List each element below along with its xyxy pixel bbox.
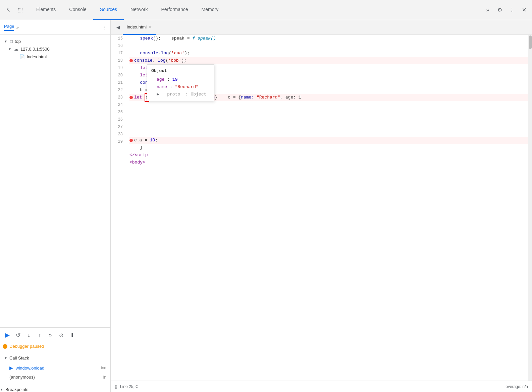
tab-performance[interactable]: Performance bbox=[154, 0, 195, 20]
line-num-28: 28 bbox=[115, 131, 123, 138]
debug-controls: ▶ ↺ ↓ ↑ » ⊘ ⏸ bbox=[3, 330, 108, 340]
inspect-icon[interactable]: ⬚ bbox=[15, 5, 25, 15]
editor-tab-index[interactable]: index.html ✕ bbox=[123, 20, 156, 35]
editor-tabs: ◀ index.html ✕ bbox=[111, 20, 532, 35]
menu-icon[interactable]: ⋮ bbox=[507, 5, 517, 15]
page-tab[interactable]: Page bbox=[4, 24, 14, 31]
call-stack-item-0[interactable]: ▶ window.onload ind bbox=[0, 363, 110, 373]
file-tree: ▼ □ top ▼ ☁ 127.0.0.1:5500 📄 index.html bbox=[0, 35, 110, 327]
line-num-18: 18 bbox=[115, 57, 123, 64]
line-num-20: 20 bbox=[115, 72, 123, 79]
tooltip-prop-proto[interactable]: ▶ __proto__: Object bbox=[151, 91, 210, 98]
line-num-15: 15 bbox=[115, 35, 123, 42]
scroll-thumb-right[interactable] bbox=[529, 36, 532, 49]
call-stack-item-1[interactable]: (anonymous) in bbox=[0, 373, 110, 382]
code-lines: speak(); speak = f speak() console.log('… bbox=[127, 35, 528, 381]
line-num-17: 17 bbox=[115, 50, 123, 57]
editor-back-arrow[interactable]: ◀ bbox=[113, 23, 123, 32]
status-bar: {} Line 25, C overage: n/a bbox=[111, 381, 532, 392]
line-num-21: 21 bbox=[115, 79, 123, 86]
breakpoints-header[interactable]: ▼ Breakpoints bbox=[0, 387, 110, 392]
scroll-track-right[interactable] bbox=[528, 35, 532, 381]
line-numbers: 15 16 17 18 19 20 21 22 23 24 25 26 27 2… bbox=[111, 35, 127, 381]
pause-exceptions-button[interactable]: ⏸ bbox=[67, 330, 76, 340]
call-stack-arrow: ▼ bbox=[4, 356, 7, 360]
more-tabs-icon[interactable]: » bbox=[482, 5, 493, 15]
file-tree-header: Page » ⋮ bbox=[0, 20, 110, 35]
left-panel: Page » ⋮ ▼ □ top ▼ ☁ 127.0.0.1:5500 📄 in… bbox=[0, 20, 111, 392]
tab-memory[interactable]: Memory bbox=[195, 0, 225, 20]
line-num-27: 27 bbox=[115, 123, 123, 131]
tab-elements[interactable]: Elements bbox=[30, 0, 62, 20]
cursor-icon[interactable]: ↖ bbox=[3, 5, 13, 15]
active-frame-icon: ▶ bbox=[9, 365, 13, 371]
tree-label-server: 127.0.0.1:5500 bbox=[20, 47, 50, 52]
line-num-22: 22 bbox=[115, 86, 123, 94]
code-line-18: console. log('bbb'); bbox=[129, 57, 528, 64]
pause-dot-icon bbox=[3, 344, 7, 349]
frame-name-1: (anonymous) bbox=[9, 375, 35, 380]
debugger-area: ▶ ↺ ↓ ↑ » ⊘ ⏸ Debugger paused bbox=[0, 327, 110, 353]
line-num-26: 26 bbox=[115, 116, 123, 123]
tooltip-title: Object bbox=[151, 67, 210, 75]
frame-file-1: in bbox=[103, 375, 106, 380]
right-panel: ◀ index.html ✕ 15 16 17 18 19 20 21 22 2… bbox=[111, 20, 532, 392]
call-stack-header[interactable]: ▼ Call Stack bbox=[0, 353, 110, 363]
breakpoints-arrow: ▼ bbox=[0, 388, 3, 391]
code-line-29 bbox=[129, 174, 528, 181]
line-num-24: 24 bbox=[115, 101, 123, 109]
tab-console[interactable]: Console bbox=[62, 0, 93, 20]
breakpoints-label: Breakpoints bbox=[5, 387, 29, 392]
tree-arrow-top: ▼ bbox=[4, 40, 8, 43]
devtools-toolbar: ↖ ⬚ Elements Console Sources Network Per… bbox=[0, 0, 532, 20]
close-icon[interactable]: ✕ bbox=[519, 5, 529, 15]
resume-button[interactable]: ▶ bbox=[3, 330, 12, 340]
toolbar-right: » ⚙ ⋮ ✕ bbox=[482, 5, 529, 15]
editor-tab-label: index.html bbox=[127, 24, 147, 29]
status-right: overage: n/a bbox=[506, 384, 528, 389]
line-num-19: 19 bbox=[115, 64, 123, 72]
line-num-16: 16 bbox=[115, 42, 123, 50]
format-icon[interactable]: {} bbox=[115, 384, 117, 389]
editor-tab-close[interactable]: ✕ bbox=[149, 25, 152, 29]
step-out-button[interactable]: ↑ bbox=[35, 330, 44, 340]
folder-icon-top: □ bbox=[10, 39, 13, 44]
breakpoint-dot-23[interactable] bbox=[129, 96, 133, 99]
tree-item-index[interactable]: 📄 index.html bbox=[0, 53, 110, 61]
line-num-29: 29 bbox=[115, 138, 123, 145]
code-line-17: console.log('aaa'); bbox=[129, 50, 528, 57]
debugger-paused-status: Debugger paused bbox=[3, 342, 108, 350]
breakpoint-dot-24[interactable] bbox=[129, 139, 133, 142]
cursor-position: Line 25, C bbox=[120, 384, 139, 389]
step-button[interactable]: » bbox=[46, 330, 55, 340]
tree-item-server[interactable]: ▼ ☁ 127.0.0.1:5500 bbox=[0, 45, 110, 53]
step-into-button[interactable]: ↓ bbox=[24, 330, 34, 340]
code-line-28 bbox=[129, 166, 528, 174]
tree-item-top[interactable]: ▼ □ top bbox=[0, 38, 110, 45]
tree-arrow-server: ▼ bbox=[8, 47, 12, 51]
tree-label-top: top bbox=[15, 39, 21, 44]
tooltip-prop-name: name : "Rechard" bbox=[151, 83, 210, 91]
settings-icon[interactable]: ⚙ bbox=[494, 5, 505, 15]
code-container[interactable]: 15 16 17 18 19 20 21 22 23 24 25 26 27 2… bbox=[111, 35, 532, 381]
breakpoint-dot-18[interactable] bbox=[129, 59, 133, 62]
frame-file-0: ind bbox=[101, 366, 106, 370]
variable-tooltip: Object age : 19 name : "Rechard" ▶ __pro… bbox=[147, 64, 214, 101]
tab-network[interactable]: Network bbox=[124, 0, 154, 20]
tab-sources[interactable]: Sources bbox=[93, 0, 124, 20]
more-tabs-chevron[interactable]: » bbox=[16, 25, 18, 30]
tooltip-prop-age: age : 19 bbox=[151, 76, 210, 83]
cloud-icon: ☁ bbox=[14, 47, 18, 52]
code-line-16 bbox=[129, 42, 528, 50]
code-line-24: c.a = 10 ; bbox=[129, 137, 528, 144]
code-line-25: } bbox=[129, 144, 528, 151]
main-layout: Page » ⋮ ▼ □ top ▼ ☁ 127.0.0.1:5500 📄 in… bbox=[0, 20, 532, 392]
deactivate-button[interactable]: ⊘ bbox=[56, 330, 66, 340]
line-num-23: 23 bbox=[115, 94, 123, 101]
step-over-button[interactable]: ↺ bbox=[13, 330, 23, 340]
toolbar-icon-group: ↖ ⬚ bbox=[3, 5, 25, 15]
file-tree-menu[interactable]: ⋮ bbox=[102, 25, 106, 30]
tree-label-index: index.html bbox=[27, 54, 47, 59]
code-line-15: speak(); speak = f speak() bbox=[129, 35, 528, 42]
main-tab-list: Elements Console Sources Network Perform… bbox=[30, 0, 482, 20]
